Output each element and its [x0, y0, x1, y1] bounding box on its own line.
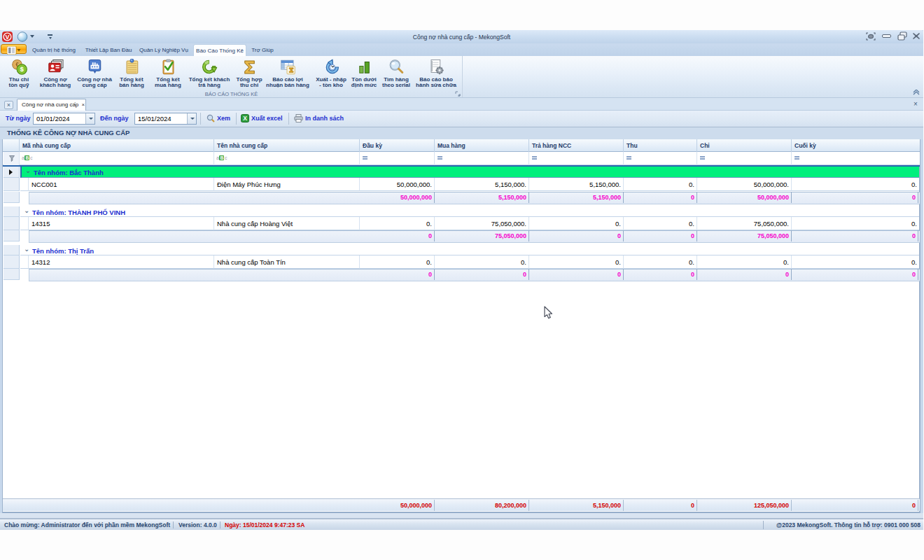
svg-text:$: $	[20, 66, 23, 73]
svg-text:X: X	[243, 115, 247, 122]
